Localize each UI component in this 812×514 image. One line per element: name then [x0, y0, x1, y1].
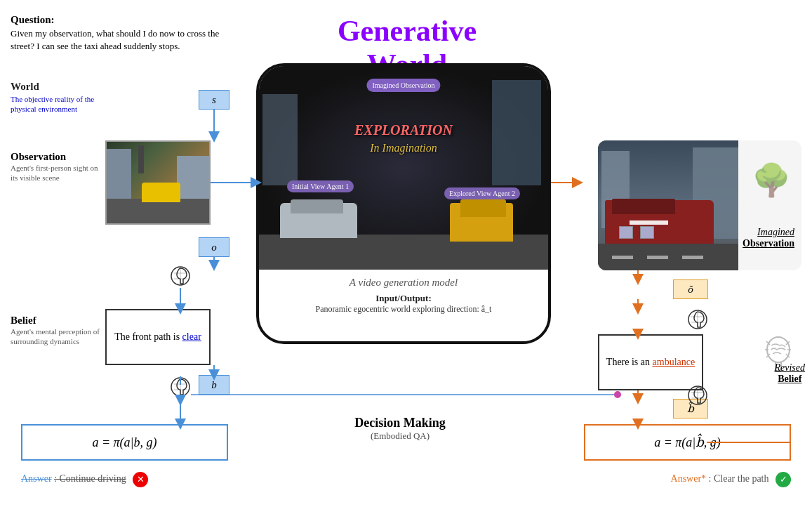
observation-section: Observation Agent's first-person sight o… — [11, 151, 102, 183]
b-node: b — [199, 375, 229, 395]
belief-text: The front path is clear — [114, 331, 201, 343]
s-node: s — [199, 90, 229, 110]
belief-clear-word: clear — [182, 331, 201, 342]
world-label: World — [11, 81, 151, 93]
imagined-obs-bold: Observation — [743, 238, 794, 249]
exploration-subtitle: In Imagination — [370, 142, 437, 154]
imagined-obs-image — [598, 140, 738, 270]
obs-road — [107, 199, 209, 223]
question-section: Question: Given my observation, what sho… — [11, 14, 242, 53]
answer-left: Answer : Continue driving ✕ — [21, 472, 148, 487]
answer-right-label: Answer* — [671, 473, 707, 484]
belief-text-part1: The front path is — [114, 331, 182, 342]
answer-left-label: Answer — [21, 473, 52, 484]
video-gen-text: A video generation model — [316, 277, 492, 289]
o-node: o — [199, 237, 229, 257]
input-output-label: Input/Output: — [316, 293, 492, 304]
decision-making-title: Decision Making — [295, 416, 505, 430]
observation-image — [105, 140, 211, 225]
svg-point-3 — [767, 337, 790, 362]
title-line1: Generative — [338, 15, 477, 47]
tree-icon: 🌳 — [752, 162, 791, 199]
decision-making-subtitle: (Embodied QA) — [295, 430, 505, 442]
center-bottom-text: A video generation model Input/Output: P… — [302, 270, 506, 322]
observation-label: Observation — [11, 151, 102, 163]
imagined-obs-box: 🌳 Imagined Observation — [598, 140, 801, 270]
belief-label: Belief — [11, 315, 102, 327]
obs-building2 — [177, 156, 211, 205]
revised-belief-part1: There is an — [606, 357, 653, 367]
s-value: s — [212, 94, 216, 106]
openai-icon-left-2 — [170, 376, 191, 400]
world-description: The objective reality of the physical en… — [11, 94, 109, 114]
exploration-image: Imagined Observation EXPLORATION In Imag… — [259, 66, 548, 270]
answer-left-text: : Continue driving — [54, 473, 126, 484]
formula-right: a = π(a|b̂, g) — [654, 435, 721, 450]
center-exploration-box: Imagined Observation EXPLORATION In Imag… — [256, 63, 551, 344]
revised-belief-text: There is an ambulance — [606, 357, 695, 368]
belief-box: The front path is clear — [105, 309, 211, 365]
o-value: o — [211, 242, 217, 253]
exploration-title: EXPLORATION — [354, 122, 453, 138]
answer-right-text: : Clear the path — [709, 473, 769, 484]
ambulance-word: ambulance — [653, 357, 695, 367]
input-output-desc: Panoramic egocentric world exploring dir… — [316, 304, 492, 315]
openai-icon-right-2 — [687, 385, 708, 409]
ohat-node: ô — [673, 279, 708, 299]
belief-description: Agent's mental perception of surrounding… — [11, 327, 102, 347]
revised-italic: Revised — [774, 362, 805, 373]
revised-belief-box: There is an ambulance — [598, 334, 703, 390]
question-label: Question: — [11, 14, 242, 26]
decision-making-section: Decision Making (Embodied QA) — [295, 416, 505, 442]
agent1-label: Initial View Agent 1 — [287, 180, 354, 192]
imagined-obs-label-center: Imagined Observation — [366, 79, 440, 92]
decision-box-left: a = π(a|b, g) — [21, 424, 228, 461]
obs-taxi — [142, 183, 180, 202]
observation-description: Agent's first-person sight on its visibl… — [11, 163, 102, 183]
svg-point-29 — [614, 391, 621, 398]
openai-icon-left-1 — [170, 265, 191, 289]
formula-left: a = π(a|b, g) — [92, 435, 157, 450]
belief-section: Belief Agent's mental perception of surr… — [11, 315, 102, 347]
cross-icon: ✕ — [133, 472, 148, 487]
b-value: b — [211, 379, 217, 391]
world-section: World The objective reality of the physi… — [11, 81, 151, 114]
question-text: Given my observation, what should I do n… — [11, 27, 242, 53]
check-icon: ✓ — [776, 472, 791, 487]
imagined-obs-title: Imagined Observation — [743, 227, 794, 249]
openai-icon-right-1 — [687, 309, 708, 333]
obs-building1 — [107, 149, 131, 205]
answer-right: Answer* : Clear the path ✓ — [671, 472, 791, 487]
decision-box-right: a = π(a|b̂, g) — [584, 424, 791, 461]
ohat-value: ô — [688, 284, 693, 296]
obs-traffic-light — [138, 145, 144, 173]
revised-belief-label: Revised Belief — [774, 362, 805, 385]
revised-bold: Belief — [778, 374, 801, 384]
agent2-label: Explored View Agent 2 — [444, 187, 520, 199]
imagined-obs-italic: Imagined — [757, 227, 794, 237]
